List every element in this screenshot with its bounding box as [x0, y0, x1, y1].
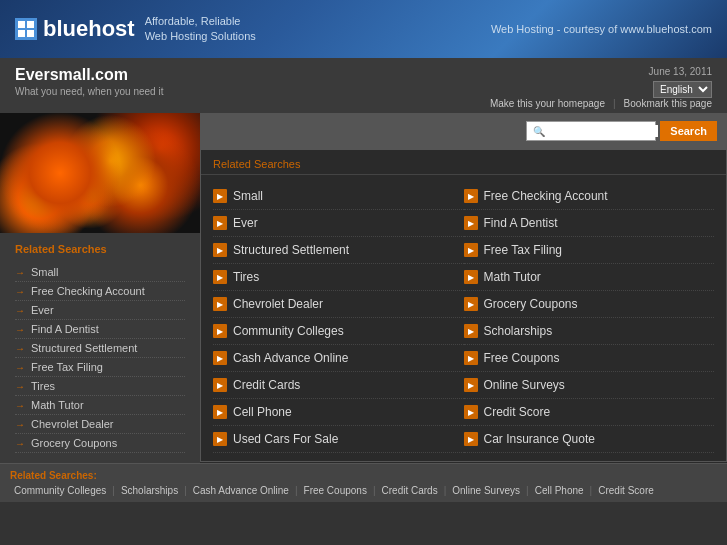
sidebar-link-item[interactable]: →Small — [15, 263, 185, 282]
links-column-1: ▶Small▶Ever▶Structured Settlement▶Tires▶… — [213, 183, 464, 453]
main-link-item[interactable]: ▶Credit Cards — [213, 372, 464, 399]
sidebar-links-list: →Small→Free Checking Account→Ever→Find A… — [15, 263, 185, 453]
main-link-item[interactable]: ▶Car Insurance Quote — [464, 426, 715, 453]
hero-image — [0, 113, 200, 233]
link-icon: ▶ — [213, 432, 227, 446]
main-link-item[interactable]: ▶Free Coupons — [464, 345, 715, 372]
search-button[interactable]: Search — [660, 121, 717, 141]
bluehost-tagline-line1: Affordable, Reliable — [145, 14, 256, 29]
main-link-item[interactable]: ▶Cash Advance Online — [213, 345, 464, 372]
main-link-item[interactable]: ▶Free Tax Filing — [464, 237, 715, 264]
link-icon: ▶ — [213, 297, 227, 311]
link-icon: ▶ — [464, 243, 478, 257]
footer-link-item[interactable]: Credit Cards — [378, 485, 442, 496]
main-link-item[interactable]: ▶Cell Phone — [213, 399, 464, 426]
bluehost-grid-icon — [15, 18, 37, 40]
footer-separator: | — [526, 485, 529, 496]
footer-link-item[interactable]: Free Coupons — [300, 485, 371, 496]
sidebar-link-item[interactable]: →Ever — [15, 301, 185, 320]
main-link-item[interactable]: ▶Math Tutor — [464, 264, 715, 291]
links-column-2: ▶Free Checking Account▶Find A Dentist▶Fr… — [464, 183, 715, 453]
bluehost-header-right: Web Hosting - courtesy of www.bluehost.c… — [491, 23, 712, 35]
sidebar-arrow-icon: → — [15, 438, 25, 449]
footer-label: Related Searches: — [10, 470, 97, 481]
homepage-link[interactable]: Make this your homepage — [490, 98, 605, 109]
sidebar-link-item[interactable]: →Math Tutor — [15, 396, 185, 415]
left-sidebar: Related Searches →Small→Free Checking Ac… — [0, 113, 200, 463]
sidebar-section-title: Related Searches — [15, 243, 185, 255]
link-icon: ▶ — [464, 378, 478, 392]
sidebar-arrow-icon: → — [15, 324, 25, 335]
main-content: 🔍 Search Related Searches ▶Small▶Ever▶St… — [200, 113, 727, 463]
main-link-item[interactable]: ▶Online Surveys — [464, 372, 715, 399]
main-link-item[interactable]: ▶Ever — [213, 210, 464, 237]
site-header-links: Make this your homepage | Bookmark this … — [490, 98, 712, 109]
sidebar-link-item[interactable]: →Chevrolet Dealer — [15, 415, 185, 434]
main-link-item[interactable]: ▶Free Checking Account — [464, 183, 715, 210]
footer-link-item[interactable]: Credit Score — [594, 485, 658, 496]
link-icon: ▶ — [213, 270, 227, 284]
link-icon: ▶ — [464, 297, 478, 311]
bluehost-tagline: Affordable, Reliable Web Hosting Solutio… — [145, 14, 256, 45]
link-icon: ▶ — [213, 243, 227, 257]
search-magnifier-icon: 🔍 — [533, 126, 545, 137]
main-link-item[interactable]: ▶Small — [213, 183, 464, 210]
language-select[interactable]: English — [653, 81, 712, 98]
sidebar-link-item[interactable]: →Tires — [15, 377, 185, 396]
site-date: June 13, 2011 — [490, 66, 712, 77]
bluehost-name: bluehost — [43, 16, 135, 42]
bluehost-header: bluehost Affordable, Reliable Web Hostin… — [0, 0, 727, 58]
footer-link-item[interactable]: Online Surveys — [448, 485, 524, 496]
link-icon: ▶ — [213, 324, 227, 338]
main-link-item[interactable]: ▶Used Cars For Sale — [213, 426, 464, 453]
link-icon: ▶ — [213, 405, 227, 419]
main-link-item[interactable]: ▶Find A Dentist — [464, 210, 715, 237]
footer-separator: | — [112, 485, 115, 496]
footer-link-item[interactable]: Cash Advance Online — [189, 485, 293, 496]
footer-separator: | — [295, 485, 298, 496]
link-icon: ▶ — [213, 189, 227, 203]
link-icon: ▶ — [464, 324, 478, 338]
footer-separator: | — [373, 485, 376, 496]
main-link-item[interactable]: ▶Scholarships — [464, 318, 715, 345]
site-header-left: Eversmall.com What you need, when you ne… — [15, 66, 163, 97]
footer-link-item[interactable]: Cell Phone — [531, 485, 588, 496]
main-link-item[interactable]: ▶Grocery Coupons — [464, 291, 715, 318]
footer-link-item[interactable]: Scholarships — [117, 485, 182, 496]
link-icon: ▶ — [464, 351, 478, 365]
footer-links-list: Community Colleges|Scholarships|Cash Adv… — [10, 485, 658, 496]
footer-bar: Related Searches: Community Colleges|Sch… — [0, 463, 727, 502]
main-link-item[interactable]: ▶Chevrolet Dealer — [213, 291, 464, 318]
bluehost-tagline-line2: Web Hosting Solutions — [145, 29, 256, 44]
sidebar-link-item[interactable]: →Free Checking Account — [15, 282, 185, 301]
main-link-item[interactable]: ▶Tires — [213, 264, 464, 291]
search-area: 🔍 Search — [200, 113, 727, 149]
main-link-item[interactable]: ▶Credit Score — [464, 399, 715, 426]
search-input[interactable] — [548, 125, 658, 137]
sidebar-link-item[interactable]: →Grocery Coupons — [15, 434, 185, 453]
footer-separator: | — [444, 485, 447, 496]
sidebar-link-item[interactable]: →Find A Dentist — [15, 320, 185, 339]
sidebar-link-item[interactable]: →Free Tax Filing — [15, 358, 185, 377]
related-popup: Related Searches ▶Small▶Ever▶Structured … — [200, 149, 727, 462]
sidebar-searches: Related Searches →Small→Free Checking Ac… — [0, 233, 200, 463]
link-icon: ▶ — [213, 378, 227, 392]
sidebar-link-item[interactable]: →Structured Settlement — [15, 339, 185, 358]
site-header-right: June 13, 2011 English Make this your hom… — [490, 66, 712, 109]
sidebar-arrow-icon: → — [15, 381, 25, 392]
bluehost-left: bluehost Affordable, Reliable Web Hostin… — [15, 14, 256, 45]
sidebar-arrow-icon: → — [15, 362, 25, 373]
footer-link-item[interactable]: Community Colleges — [10, 485, 110, 496]
main-link-item[interactable]: ▶Community Colleges — [213, 318, 464, 345]
link-icon: ▶ — [464, 216, 478, 230]
bookmark-link[interactable]: Bookmark this page — [624, 98, 712, 109]
related-searches-title: Related Searches — [201, 150, 726, 175]
main-link-item[interactable]: ▶Structured Settlement — [213, 237, 464, 264]
link-icon: ▶ — [464, 432, 478, 446]
main-area: Related Searches →Small→Free Checking Ac… — [0, 113, 727, 463]
header-separator: | — [613, 98, 616, 109]
search-box: 🔍 Search — [526, 121, 717, 141]
sidebar-arrow-icon: → — [15, 400, 25, 411]
site-header: Eversmall.com What you need, when you ne… — [0, 58, 727, 113]
link-icon: ▶ — [464, 270, 478, 284]
